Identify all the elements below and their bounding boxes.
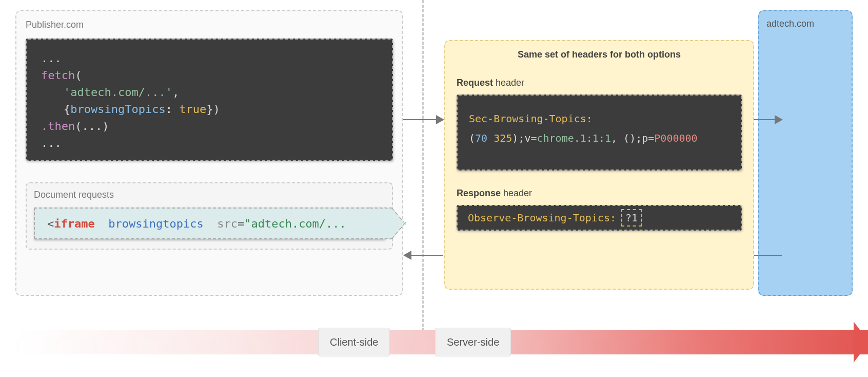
req-n1: 70 [475,132,487,144]
fetch-code-block: ... fetch( 'adtech.com/...', {browsingTo… [26,39,393,161]
code-obrace: { [64,103,70,116]
req-sp [487,132,494,144]
code-comma: , [172,86,179,99]
response-header-text: header [501,188,532,198]
adtech-panel: adtech.com [758,10,853,296]
code-thenargs: (...) [75,120,109,133]
code-open: ( [75,69,82,82]
req-chrome: chrome.1:1:1 [537,132,611,144]
publisher-label: Publisher.com [26,20,393,30]
iframe-tag-block: <iframe browsingtopics src="adtech.com/.… [34,208,385,239]
headers-panel: Same set of headers for both options Req… [444,40,754,290]
response-header-label: Response header [457,188,742,199]
tag-name: iframe [54,217,94,230]
code-then: .then [41,120,75,133]
req-semi-p: ;p= [636,132,654,144]
code-close: ) [213,103,220,116]
request-header-bold: Request [457,78,493,88]
publisher-panel: Publisher.com ... fetch( 'adtech.com/...… [15,10,403,296]
tag-src: src [217,217,238,230]
doc-requests-label: Document requests [34,190,385,200]
gradient-arrowhead [854,322,868,363]
tag-open: < [47,217,54,230]
resp-header-name: Observe-Browsing-Topics: [468,210,616,225]
request-header-block: Sec-Browsing-Topics: (70 325);v=chrome.1… [457,95,742,171]
req-open2: ( [623,132,629,144]
code-colon: : [166,103,180,116]
req-n2: 325 [494,132,512,144]
tag-eq: = [238,217,244,230]
request-header-label: Request header [457,78,742,88]
req-pval: P000000 [654,132,697,144]
code-url: 'adtech.com/...' [64,86,172,99]
client-side-label: Client-side [318,328,390,356]
resp-header-val: ?1 [621,209,642,227]
response-header-block: Observe-Browsing-Topics: ?1 [457,205,742,231]
code-dots2: ... [41,137,62,149]
code-cbrace: } [206,103,213,116]
req-header-name: Sec-Browsing-Topics: [469,112,593,125]
arrow-headers-to-adtech [754,119,782,120]
tag-attr: browsingtopics [108,217,203,230]
request-header-text: header [493,78,524,88]
doc-requests-panel: Document requests <iframe browsingtopics… [26,182,393,250]
code-fetch: fetch [41,69,75,82]
code-prop: browsingTopics [70,103,165,116]
client-server-divider [422,0,424,354]
code-dots: ... [41,52,62,65]
req-semi-v: ;v= [518,132,537,144]
server-side-label: Server-side [435,328,511,356]
tag-content: <iframe browsingtopics src="adtech.com/.… [47,217,346,230]
tag-val: "adtech.com/... [244,217,346,230]
headers-title: Same set of headers for both options [457,49,742,60]
arrow-publisher-to-headers [403,119,443,120]
tag-arrow-shape [369,208,400,239]
req-comma: , [611,132,623,144]
response-header-bold: Response [457,188,501,198]
req-close2: ) [629,132,636,144]
arrow-headers-to-publisher [404,255,443,256]
code-val: true [179,103,206,116]
req-close1: ) [512,132,518,144]
req-open1: ( [469,132,475,144]
arrow-adtech-to-headers-line [754,255,782,256]
adtech-label: adtech.com [766,18,844,29]
